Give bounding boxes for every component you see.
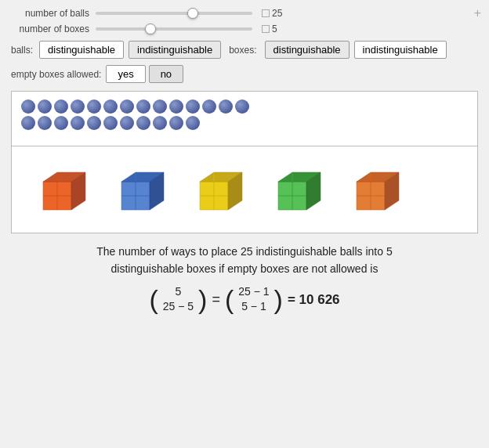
- boxes-slider-value: 5: [262, 23, 277, 34]
- result-section: The number of ways to place 25 indisting…: [11, 233, 478, 323]
- ball: [21, 99, 35, 114]
- ball: [87, 116, 101, 130]
- paren-open-2: (: [225, 286, 234, 313]
- ball: [120, 116, 134, 130]
- boxes-slider-label: number of boxes: [11, 23, 89, 34]
- ball: [54, 99, 68, 114]
- binom-1: 5 25 − 5: [163, 284, 194, 315]
- ball: [186, 99, 200, 114]
- ball: [153, 116, 167, 130]
- ball: [21, 116, 35, 130]
- balls-display: [12, 92, 477, 146]
- binom-2-bot: 5 − 1: [241, 299, 266, 315]
- balls-slider-value: 25: [262, 8, 282, 19]
- paren-close-1: ): [198, 286, 207, 313]
- ball: [153, 99, 167, 114]
- formula: ( 5 25 − 5 ) = ( 25 − 1 5 − 1 ) = 10 626: [27, 284, 462, 315]
- ball: [71, 99, 85, 114]
- balls-row-1: [21, 99, 468, 114]
- ball: [169, 99, 183, 114]
- boxes-distinguishable-btn[interactable]: distinguishable: [265, 41, 350, 59]
- balls-row-2: [21, 116, 468, 130]
- balls-value-box-icon: [262, 9, 270, 17]
- balls-indistinguishable-btn[interactable]: indistinguishable: [129, 41, 221, 59]
- equals-sign: =: [212, 288, 220, 311]
- ball: [120, 99, 134, 114]
- boxes-slider-thumb[interactable]: [145, 23, 156, 34]
- paren-close-2: ): [274, 286, 283, 313]
- display-area: [11, 91, 478, 233]
- cube-2: [106, 158, 168, 221]
- balls-slider-row: number of balls 25: [11, 8, 478, 19]
- ball: [219, 99, 233, 114]
- ball: [136, 116, 150, 130]
- cube-5: [341, 158, 404, 221]
- balls-distinguishable-btn[interactable]: distinguishable: [39, 41, 124, 59]
- ball: [103, 99, 118, 114]
- balls-slider-track[interactable]: [96, 12, 252, 15]
- paren-open-1: (: [149, 286, 158, 313]
- ball: [71, 116, 85, 130]
- cube-1: [27, 158, 90, 221]
- boxes-display: [12, 146, 477, 233]
- ball: [54, 116, 68, 130]
- balls-toggle-label: balls:: [11, 45, 33, 56]
- ball: [38, 99, 52, 114]
- balls-slider-label: number of balls: [11, 8, 89, 19]
- boxes-slider-row: number of boxes 5: [11, 23, 478, 34]
- cube-3: [184, 158, 247, 221]
- result-value: = 10 626: [288, 289, 340, 310]
- binom-1-bot: 25 − 5: [163, 299, 194, 315]
- boxes-toggle-label: boxes:: [229, 45, 256, 56]
- main-page: + number of balls 25 number of boxes 5 b…: [0, 0, 489, 331]
- cube-4: [263, 158, 325, 221]
- result-text: The number of ways to place 25 indisting…: [27, 243, 462, 278]
- binom-2-top: 25 − 1: [238, 284, 269, 300]
- boxes-slider-track[interactable]: [96, 27, 252, 31]
- binom-1-top: 5: [176, 284, 182, 300]
- ball: [235, 99, 249, 114]
- ball: [169, 116, 183, 130]
- empty-boxes-label: empty boxes allowed:: [11, 69, 101, 80]
- ball: [87, 99, 101, 114]
- boxes-indistinguishable-btn[interactable]: indistinguishable: [354, 41, 447, 59]
- ball: [38, 116, 52, 130]
- toggle-section: balls: distinguishable indistinguishable…: [11, 41, 478, 59]
- ball: [202, 99, 216, 114]
- ball: [103, 116, 118, 130]
- boxes-value-box-icon: [262, 25, 270, 33]
- corner-plus-icon: +: [474, 6, 481, 20]
- ball: [136, 99, 150, 114]
- empty-boxes-row: empty boxes allowed: yes no: [11, 65, 478, 83]
- binom-2: 25 − 1 5 − 1: [238, 284, 269, 315]
- empty-boxes-yes-btn[interactable]: yes: [106, 65, 145, 83]
- balls-slider-thumb[interactable]: [187, 8, 198, 19]
- empty-boxes-no-btn[interactable]: no: [149, 65, 183, 83]
- ball: [186, 116, 200, 130]
